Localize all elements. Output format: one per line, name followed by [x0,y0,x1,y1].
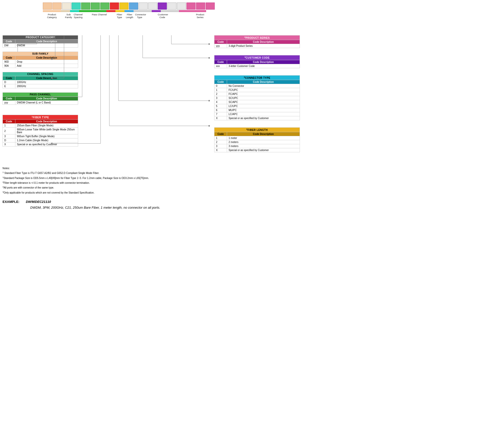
label-fiber-length: FiberLength [125,13,134,19]
note-4: 4Only applicable for products which are … [3,191,300,195]
label-channel: ChannelSpacing [74,13,83,19]
pass-channel-table: PASS CHANNEL Code Code Description yyyDW… [3,92,78,105]
cs-col-code: Code [3,76,15,80]
box-fiber-length [119,3,129,10]
note-3: 3All ports are with connector of the sam… [3,186,300,190]
cs-row-1-code: E [3,84,15,88]
label-customer: CustomerCode [158,13,167,19]
box-series-3 [206,3,215,10]
pc-row-0-code: DW [3,44,15,48]
right-column: 4PRODUCT SERIES Code Code Description yy… [209,35,300,156]
example-label: EXAMPLE: [3,200,19,204]
cc-col-desc: Code Description [227,60,300,64]
ft-row-1-code: 2 [3,128,15,134]
colorbar-pass [79,10,106,12]
product-series-table: 4PRODUCT SERIES Code Code Description yy… [214,35,300,48]
customer-code-table: 4CUSTOMER CODE Code Code Description xxx… [214,55,300,68]
box-series-gap-1 [167,3,176,10]
example-code: DW90DEC21110 [26,200,51,204]
ct-row-2: 2 [214,92,227,96]
box-fiber-type [110,3,119,10]
sf-row-1-desc: Add [15,64,78,68]
label-product-category: Product Category [43,13,61,19]
label-fiber-type: FiberType [115,13,124,19]
box-pass-3 [100,3,109,10]
fl-title: 2FIBER LENGTH [214,127,300,132]
ct-row-7: 7 [214,112,227,116]
full-diagram: Product Category Sub Family ChannelSpaci… [3,3,300,211]
box-series-2 [196,3,205,10]
fiber-length-table: 2FIBER LENGTH Code Code Description 11 m… [214,127,300,152]
label-connector: ConnectorType [135,13,144,19]
box-cust-2 [148,3,157,10]
box-product-cat-2 [52,3,61,10]
colorbar-connector [124,10,134,12]
ft-row-2-code: 3 [3,134,15,138]
example-description: DWDM, 3PM, 200GHz, C21, 250um Bare Fiber… [30,206,160,209]
series-title: 4PRODUCT SERIES [214,35,300,40]
ft-row-0-code: 1 [3,124,15,128]
sf-col-desc: Code Description [15,56,78,60]
box-customer [158,3,167,10]
ft-row-4-desc: Special or as specified by Customer [15,142,78,146]
left-column: PRODUCT CATEGORY Code Code Description D… [3,35,78,156]
fiber-type-table: 1FIBER TYPE Code Code Description 1250um… [3,115,78,146]
pass-title: PASS CHANNEL [3,93,78,97]
cc-row-0-desc: 3-letter Customer Code [227,64,300,68]
note-1b: 1Standard Package Size is OD5.5mm x L40[… [3,176,300,180]
ps-row-0-code: yyy [214,44,227,48]
label-series: ProductSeries [186,13,214,19]
box-series-1 [186,3,196,10]
product-category-title: PRODUCT CATEGORY [3,35,78,40]
box-product-cat-1 [43,3,52,10]
colorbar-channel [70,10,79,12]
fl-col-desc: Code Description [227,132,300,136]
ct-row-5: 5 [214,104,227,108]
colorbar-fiber-type [106,10,115,12]
product-category-table: PRODUCT CATEGORY Code Code Description D… [3,35,78,48]
customer-title: 4CUSTOMER CODE [214,55,300,60]
ct-row-6: 6 [214,108,227,112]
colorbar-fiber-length [115,10,124,12]
sf-row-0-desc: Drop [15,60,78,64]
pass-row-0-code: yyy [3,101,15,105]
colorbar-customer [152,10,161,12]
ct-col-code: Code [214,80,227,84]
ft-col-desc: Code Description [15,120,78,124]
connector-type-table: 3CONNECTOR TYPE Code Code Description 0N… [214,75,300,120]
ct-row-4: 4 [214,100,227,104]
cs-row-0-code: D [3,80,15,84]
ct-row-0: 0 [214,84,227,88]
pc2-col-desc: Code Description [15,97,78,101]
ct-col-desc: Code Description [227,80,300,84]
label-pass: Pass Channel [86,13,113,16]
box-cust-1 [139,3,148,10]
ct-row-3: 3 [214,96,227,100]
cs-row-0-desc: 100GHz [15,80,78,84]
fiber-type-title: 1FIBER TYPE [3,115,78,120]
box-series-gap-2 [177,3,186,10]
notes-title: Notes: [3,166,300,170]
ft-row-1-desc: 900um Loose Tube White (with Single Mode… [15,128,78,134]
ft-row-3-code: D [3,138,15,142]
colorbar-series [179,10,206,12]
product-category-col-desc: Code Description [15,40,78,44]
colorbar-gap2 [161,10,179,12]
box-channel [72,3,81,10]
example-section: EXAMPLE: DW90DEC21110 DWDM, 3PM, 200GHz,… [3,199,300,211]
subfamily-title: SUB FAMILY [3,52,78,56]
box-subfamily [62,3,71,10]
ft-row-2-desc: 900um Tight Buffer (Single Mode) [15,134,78,138]
box-pass-1 [81,3,90,10]
ct-row-1: 1 [214,88,227,92]
ft-row-0-desc: 250um Bare Fiber (Single Mode) [15,124,78,128]
channel-title: CHANNEL SPACING [3,72,78,76]
ft-row-4-code: X [3,142,15,146]
connector-title: 3CONNECTOR TYPE [214,75,300,80]
sf-row-0-code: 90D [3,60,15,64]
colorbar-gap1 [134,10,152,12]
box-connector [129,3,138,10]
cs-col-desc: Code Description [15,76,78,80]
cs-row-1-desc: 200GHz [15,84,78,88]
channel-spacing-table: CHANNEL SPACING Code Code Description D1… [3,72,78,88]
